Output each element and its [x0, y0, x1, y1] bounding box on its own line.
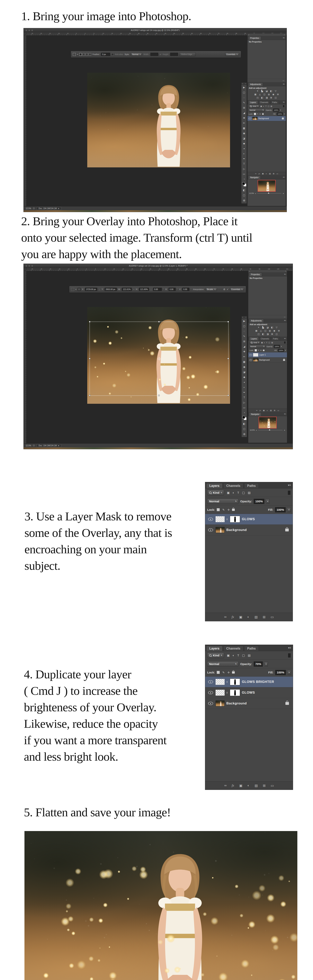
- tab-layers[interactable]: Layers: [248, 100, 258, 104]
- mask-link-icon[interactable]: ∞: [226, 692, 229, 694]
- new-layer-icon[interactable]: ⊞: [274, 409, 275, 411]
- tab-paths[interactable]: Paths: [271, 337, 280, 340]
- close-icon[interactable]: x: [248, 34, 249, 36]
- style-dropdown[interactable]: Normal⇅: [131, 52, 142, 56]
- healing-brush-tool[interactable]: ✚: [242, 349, 247, 354]
- workspace-dropdown[interactable]: Essentials⇅: [230, 288, 244, 291]
- group-icon[interactable]: ▤: [255, 615, 258, 619]
- history-brush-tool[interactable]: ◉: [242, 364, 247, 369]
- lock-all-icon[interactable]: [262, 113, 264, 115]
- collapse-icon[interactable]: »: [245, 83, 246, 84]
- opacity-value[interactable]: 70%: [254, 662, 263, 667]
- fill-caret-icon[interactable]: ▾: [285, 350, 286, 351]
- zoom-button[interactable]: [31, 265, 33, 267]
- tab-paths[interactable]: Paths: [244, 483, 259, 488]
- w-input[interactable]: 121.61%: [122, 288, 132, 291]
- adjustment-icon[interactable]: ☀: [258, 326, 260, 329]
- adjustment-icon[interactable]: ◨: [266, 96, 268, 99]
- filter-toggle[interactable]: [288, 490, 291, 495]
- collapse-icon[interactable]: »: [245, 317, 246, 318]
- adjustment-icon[interactable]: ▦: [255, 329, 258, 332]
- tab-properties[interactable]: Properties: [248, 36, 261, 40]
- fill-caret-icon[interactable]: ▾: [288, 670, 291, 675]
- lock-position-icon[interactable]: ✛: [260, 350, 262, 352]
- swap-dimensions-icon[interactable]: ⇄: [160, 53, 161, 56]
- tab-paths[interactable]: Paths: [244, 646, 259, 651]
- close-icon[interactable]: x: [242, 317, 243, 318]
- filter-shape-icon[interactable]: ▢: [242, 491, 245, 495]
- antialias-checkbox[interactable]: [112, 53, 114, 56]
- layer-row-background[interactable]: Background: [205, 698, 293, 709]
- mask-link-icon[interactable]: ∞: [226, 518, 229, 520]
- blend-mode-dropdown[interactable]: Normal⇅: [250, 345, 266, 348]
- adjustment-icon[interactable]: ◧: [271, 326, 273, 329]
- transform-handle[interactable]: [158, 395, 160, 396]
- adjustment-icon[interactable]: ◫: [264, 329, 267, 332]
- lock-transparency-icon[interactable]: [217, 508, 220, 511]
- hskew-input[interactable]: 0.00: [169, 288, 175, 291]
- color-swatches[interactable]: [242, 182, 247, 188]
- type-tool[interactable]: T: [242, 395, 247, 400]
- filter-icon[interactable]: ▣: [261, 342, 263, 344]
- panel-menu-icon[interactable]: ▾≡: [283, 83, 285, 85]
- vskew-input[interactable]: 0.00: [182, 288, 190, 291]
- cancel-transform-icon[interactable]: ⊘: [223, 288, 225, 291]
- edit-toolbar-icon[interactable]: ◍: [242, 431, 247, 436]
- quick-mask-toggle[interactable]: ◧: [242, 421, 247, 426]
- layer-style-icon[interactable]: fx: [232, 615, 234, 619]
- adjustment-icon[interactable]: ◧: [270, 90, 272, 92]
- filter-icon[interactable]: ▤: [271, 342, 273, 344]
- opacity-value[interactable]: 100%: [254, 499, 264, 504]
- layer-style-icon[interactable]: fx: [259, 409, 261, 411]
- fill-value[interactable]: 100%: [275, 670, 286, 675]
- zoom-in-icon[interactable]: ▲: [283, 192, 284, 194]
- document-size[interactable]: Doc: 104.1M/104.1M▶: [36, 444, 61, 447]
- window-titlebar[interactable]: AUDREY wings set 14 copy.jpg @ 12.5% (RG…: [24, 28, 286, 33]
- layer-thumbnail[interactable]: [216, 690, 224, 695]
- clone-stamp-tool[interactable]: ▩: [242, 359, 247, 364]
- close-icon[interactable]: x: [242, 83, 243, 84]
- panel-menu-icon[interactable]: ▾≡: [284, 320, 286, 321]
- zoom-slider[interactable]: [257, 193, 281, 194]
- tab-layers[interactable]: Layers: [249, 337, 259, 340]
- history-brush-tool[interactable]: ◉: [242, 131, 247, 136]
- adjustment-icon[interactable]: ◫: [263, 93, 266, 95]
- kind-filter-dropdown[interactable]: Kind⇅: [207, 652, 224, 658]
- group-icon[interactable]: ▤: [255, 784, 258, 788]
- lock-all-icon[interactable]: [232, 671, 235, 673]
- lock-pixels-icon[interactable]: ✎: [223, 508, 225, 511]
- opacity-value[interactable]: 100%: [274, 345, 280, 348]
- reference-point-locator[interactable]: [77, 288, 81, 291]
- edit-toolbar-icon[interactable]: ◍: [242, 198, 247, 203]
- type-tool[interactable]: T: [242, 161, 247, 166]
- brush-tool[interactable]: ✏: [242, 354, 247, 359]
- filter-icon[interactable]: T: [266, 105, 267, 107]
- visibility-toggle[interactable]: [207, 518, 214, 520]
- marquee-tool[interactable]: ▢: [242, 90, 247, 95]
- transform-handle[interactable]: [228, 321, 229, 323]
- close-button[interactable]: [25, 265, 27, 267]
- h-input[interactable]: 121.60%: [139, 288, 149, 291]
- zoom-slider-knob[interactable]: [268, 192, 269, 194]
- filter-image-icon[interactable]: ▣: [227, 491, 230, 495]
- link-layers-icon[interactable]: ∞: [224, 784, 226, 788]
- kind-filter-dropdown[interactable]: Kind⇅: [207, 490, 224, 495]
- gradient-tool[interactable]: ◆: [242, 375, 247, 380]
- new-layer-icon[interactable]: ⊞: [263, 615, 266, 619]
- transform-handle[interactable]: [89, 395, 90, 396]
- panel-menu-icon[interactable]: ▾≡: [288, 484, 291, 487]
- filter-smart-icon[interactable]: ▤: [248, 491, 251, 495]
- transform-handle[interactable]: [228, 395, 229, 396]
- filter-icon[interactable]: ▤: [270, 105, 272, 107]
- panel-menu-icon[interactable]: ▾≡: [283, 101, 285, 103]
- adjustment-icon[interactable]: ◰: [258, 333, 260, 336]
- quick-select-tool[interactable]: ✎: [242, 100, 247, 105]
- adjustment-icon[interactable]: ◨: [266, 333, 269, 336]
- visibility-toggle[interactable]: [207, 681, 214, 683]
- tool-preset-caret-icon[interactable]: ▾: [77, 54, 78, 55]
- width-input[interactable]: [150, 53, 158, 56]
- filter-type-icon[interactable]: T: [237, 654, 239, 657]
- adjustment-icon[interactable]: ◧: [262, 333, 264, 336]
- eyedropper-tool[interactable]: ◢: [242, 110, 247, 115]
- add-mask-icon[interactable]: ▣: [262, 173, 264, 175]
